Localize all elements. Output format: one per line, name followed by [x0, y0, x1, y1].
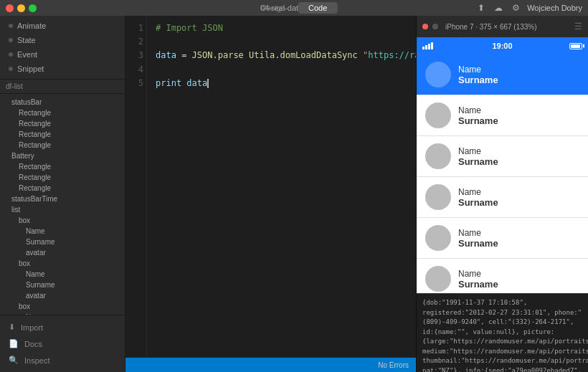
- sidebar-tab-event[interactable]: Event: [0, 47, 125, 62]
- item-surname: Surname: [458, 238, 498, 249]
- layer-tree-item[interactable]: Rectangle: [0, 183, 125, 194]
- layer-tree-item[interactable]: Surname: [0, 237, 125, 247]
- line-numbers: 12345: [125, 16, 147, 358]
- preview-label: iPhone 7 · 375 × 667 (133%): [445, 23, 537, 31]
- layer-tree-item[interactable]: box: [0, 258, 125, 269]
- list-item[interactable]: NameSurname: [417, 177, 588, 218]
- layer-tree-item[interactable]: Battery: [0, 151, 125, 161]
- preview-dot-gray: [432, 24, 438, 29]
- layer-tree-item[interactable]: statusBar: [0, 97, 125, 108]
- layer-tree-item[interactable]: statusBarTime: [0, 194, 125, 204]
- code-editor: 12345 # Import JSON data = JSON.parse Ut…: [125, 16, 416, 372]
- layer-tree-item[interactable]: Surname: [0, 280, 125, 290]
- minimize-button[interactable]: [17, 4, 25, 12]
- item-surname: Surname: [458, 279, 498, 290]
- item-surname: Surname: [458, 156, 498, 167]
- item-surname: Surname: [458, 75, 498, 85]
- code-status-bar: No Errors: [125, 358, 416, 372]
- bottom-icons: ⬇ Import 📄 Docs 🔍 Inspect: [0, 315, 125, 372]
- phone-frame: 19:00 NameSurnameNameSurnameNameSurnameN…: [417, 37, 588, 372]
- item-name: Name: [458, 228, 498, 238]
- import-item[interactable]: ⬇ Import: [0, 320, 125, 335]
- preview-menu-icon[interactable]: ☰: [574, 22, 582, 32]
- avatar: [425, 266, 451, 292]
- docs-item[interactable]: 📄 Docs: [0, 336, 125, 351]
- layer-tree-item[interactable]: Name: [0, 226, 125, 237]
- phone-preview: iPhone 7 · 375 × 667 (133%) ☰ 19:00: [416, 16, 588, 372]
- phone-list[interactable]: NameSurnameNameSurnameNameSurnameNameSur…: [417, 54, 588, 293]
- layer-tree-item[interactable]: avatar: [0, 247, 125, 258]
- inspect-item[interactable]: 🔍 Inspect: [0, 353, 125, 368]
- list-item[interactable]: NameSurname: [417, 54, 588, 95]
- list-item[interactable]: NameSurname: [417, 218, 588, 259]
- user-area: ⬆ ☁ ⚙ Wojciech Dobry: [475, 2, 582, 14]
- layer-tree-item[interactable]: box: [0, 215, 125, 226]
- avatar: [425, 225, 451, 251]
- status-signal: [422, 42, 433, 49]
- preview-dot-red: [422, 24, 428, 29]
- item-name: Name: [458, 105, 498, 115]
- item-surname: Surname: [458, 115, 498, 126]
- code-content[interactable]: # Import JSON data = JSON.parse Utila.do…: [147, 16, 416, 358]
- main-layout: Animate State Event Snippet df-list stat…: [0, 16, 588, 372]
- item-name: Name: [458, 187, 498, 197]
- layer-tree-item[interactable]: Rectangle: [0, 172, 125, 183]
- design-tab[interactable]: Design: [251, 2, 295, 14]
- status-time: 19:00: [492, 42, 512, 50]
- avatar: [425, 184, 451, 210]
- design-code-tabs: Design Code: [251, 2, 338, 14]
- sidebar-tab-state[interactable]: State: [0, 33, 125, 47]
- list-item[interactable]: NameSurname: [417, 136, 588, 177]
- sidebar-top-tabs: Animate State Event Snippet: [0, 16, 125, 80]
- layer-tree: statusBarRectangleRectangleRectangleRect…: [0, 94, 125, 315]
- data-panel: {dob:"1991-11-37 17:10:58", registered:"…: [417, 293, 588, 372]
- sidebar-tab-animate[interactable]: Animate: [0, 19, 125, 33]
- item-name: Name: [458, 65, 498, 75]
- left-sidebar: Animate State Event Snippet df-list stat…: [0, 16, 125, 372]
- item-surname: Surname: [458, 197, 498, 208]
- title-bar: 04-real-data/framer Design Code ⬆ ☁ ⚙ Wo…: [0, 0, 588, 16]
- layer-tree-item[interactable]: Rectangle: [0, 140, 125, 151]
- no-errors-label: No Errors: [378, 361, 409, 369]
- phone-status-bar: 19:00: [417, 37, 588, 54]
- layer-tree-item[interactable]: box: [0, 301, 125, 312]
- sidebar-tab-snippet[interactable]: Snippet: [0, 62, 125, 76]
- item-name: Name: [458, 269, 498, 279]
- code-area: 12345 # Import JSON data = JSON.parse Ut…: [125, 16, 416, 358]
- list-item[interactable]: NameSurname: [417, 95, 588, 136]
- layer-tree-item[interactable]: avatar: [0, 290, 125, 301]
- layer-tree-item[interactable]: Rectangle: [0, 129, 125, 140]
- avatar: [425, 143, 451, 169]
- layer-tree-item[interactable]: Rectangle: [0, 161, 125, 172]
- battery-icon: [569, 43, 582, 49]
- layer-tree-item[interactable]: Rectangle: [0, 108, 125, 118]
- avatar: [425, 102, 451, 128]
- status-battery: [569, 43, 582, 49]
- layer-root-label: df-list: [0, 80, 125, 94]
- traffic-lights: [6, 4, 37, 12]
- layer-tree-item[interactable]: Rectangle: [0, 118, 125, 129]
- avatar: [425, 62, 451, 87]
- cloud-icon[interactable]: ☁: [493, 2, 504, 14]
- close-button[interactable]: [6, 4, 14, 12]
- item-name: Name: [458, 146, 498, 156]
- settings-icon[interactable]: ⚙: [510, 2, 521, 14]
- layer-tree-item[interactable]: Name: [0, 269, 125, 280]
- maximize-button[interactable]: [29, 4, 37, 12]
- share-icon[interactable]: ⬆: [475, 2, 487, 14]
- layer-tree-item[interactable]: list: [0, 204, 125, 215]
- code-tab[interactable]: Code: [298, 2, 337, 14]
- user-name: Wojciech Dobry: [527, 4, 582, 12]
- preview-header: iPhone 7 · 375 × 667 (133%) ☰: [417, 16, 588, 37]
- list-item[interactable]: NameSurname: [417, 259, 588, 293]
